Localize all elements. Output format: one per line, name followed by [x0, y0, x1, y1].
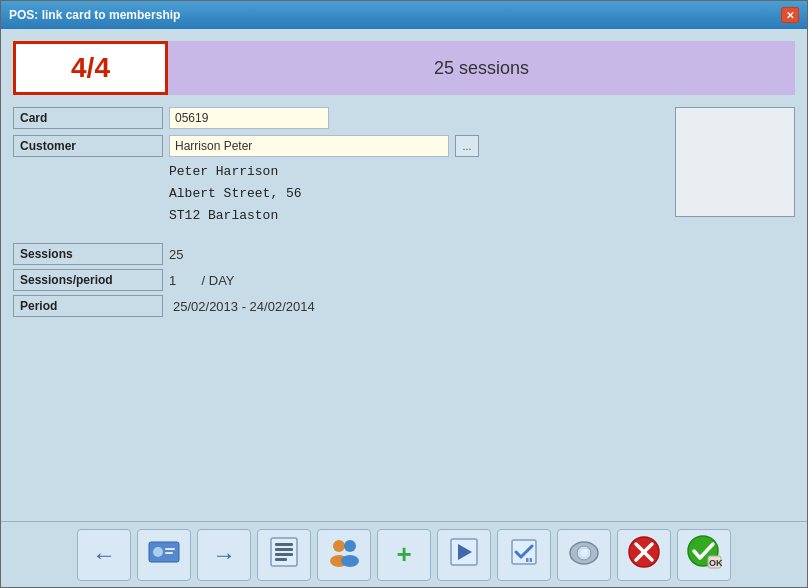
camera-icon [567, 538, 601, 572]
card-icon [148, 539, 180, 571]
back-icon: ← [92, 541, 116, 569]
top-banner: 4/4 25 sessions [13, 41, 795, 95]
people-icon [327, 537, 361, 573]
go-button[interactable] [437, 529, 491, 581]
counter-value: 4/4 [71, 52, 110, 84]
sessions-value: 25 [169, 247, 183, 262]
address-line3: ST12 Barlaston [169, 205, 657, 227]
ok-button[interactable]: OK [677, 529, 731, 581]
svg-rect-5 [275, 543, 293, 546]
forward-icon: → [212, 541, 236, 569]
sessions-banner: 25 sessions [168, 41, 795, 95]
checklist-button[interactable] [497, 529, 551, 581]
go-icon [448, 536, 480, 574]
customer-row: Customer ... [13, 135, 657, 157]
svg-point-20 [585, 549, 588, 552]
svg-text:OK: OK [709, 558, 722, 568]
customer-input[interactable] [169, 135, 449, 157]
card-input[interactable] [169, 107, 329, 129]
sessions-period-row: Sessions/period 1 / DAY [13, 269, 657, 291]
period-row: Period 25/02/2013 - 24/02/2014 [13, 295, 657, 317]
period-value: 25/02/2013 - 24/02/2014 [169, 299, 315, 314]
people-button[interactable] [317, 529, 371, 581]
svg-point-1 [153, 547, 163, 557]
back-button[interactable]: ← [77, 529, 131, 581]
counter-box: 4/4 [13, 41, 168, 95]
close-button[interactable]: ✕ [781, 7, 799, 23]
sessions-period-value: 1 / DAY [169, 273, 235, 288]
list-button[interactable] [257, 529, 311, 581]
svg-point-11 [344, 540, 356, 552]
address-line2: Albert Street, 56 [169, 183, 657, 205]
svg-rect-6 [275, 548, 293, 551]
sessions-label: 25 sessions [434, 58, 529, 79]
svg-rect-2 [165, 548, 175, 550]
add-icon: + [396, 539, 411, 570]
svg-rect-4 [271, 538, 297, 566]
svg-point-9 [333, 540, 345, 552]
svg-rect-7 [275, 553, 293, 556]
svg-point-12 [341, 555, 359, 567]
list-icon [268, 536, 300, 574]
address-area: Peter Harrison Albert Street, 56 ST12 Ba… [169, 161, 657, 227]
title-bar: POS: link card to membership ✕ [1, 1, 807, 29]
card-label: Card [13, 107, 163, 129]
toolbar: ← → [1, 521, 807, 587]
photo-box [675, 107, 795, 217]
period-label: Period [13, 295, 163, 317]
form-fields: Card Customer ... Peter Harrison Albert … [13, 107, 657, 317]
forward-button[interactable]: → [197, 529, 251, 581]
card-button[interactable] [137, 529, 191, 581]
svg-rect-3 [165, 552, 173, 554]
window-title: POS: link card to membership [9, 8, 180, 22]
card-row: Card [13, 107, 657, 129]
cancel-button[interactable] [617, 529, 671, 581]
ok-icon: OK [686, 535, 722, 575]
camera-button[interactable] [557, 529, 611, 581]
cancel-icon [627, 535, 661, 575]
sessions-period-label: Sessions/period [13, 269, 163, 291]
add-button[interactable]: + [377, 529, 431, 581]
svg-rect-8 [275, 558, 287, 561]
customer-label: Customer [13, 135, 163, 157]
sessions-label: Sessions [13, 243, 163, 265]
content-area: 4/4 25 sessions Card Customer ... [1, 29, 807, 521]
checklist-icon [508, 536, 540, 574]
address-line1: Peter Harrison [169, 161, 657, 183]
browse-button[interactable]: ... [455, 135, 479, 157]
sessions-row: Sessions 25 [13, 243, 657, 265]
main-window: POS: link card to membership ✕ 4/4 25 se… [0, 0, 808, 588]
form-section: Card Customer ... Peter Harrison Albert … [13, 107, 795, 317]
